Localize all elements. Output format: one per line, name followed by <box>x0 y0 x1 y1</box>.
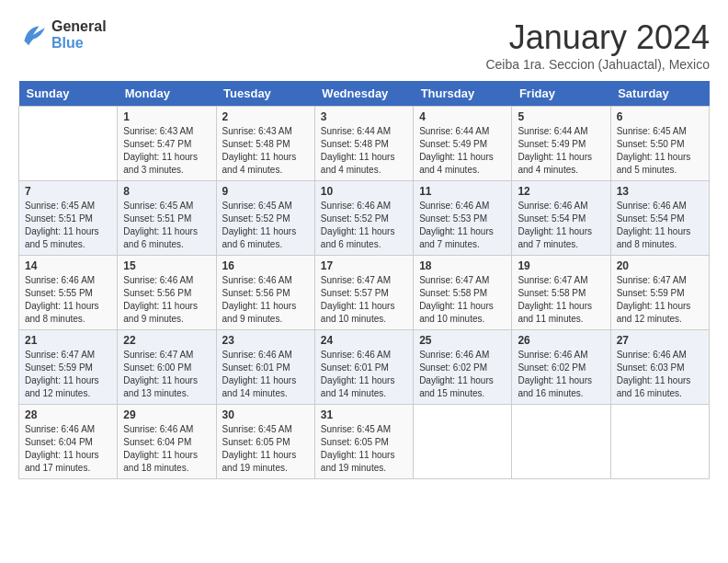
calendar-cell: 19 Sunrise: 6:47 AMSunset: 5:58 PMDaylig… <box>512 256 610 330</box>
day-number: 31 <box>321 408 407 421</box>
day-detail: Sunrise: 6:46 AMSunset: 6:02 PMDaylight:… <box>518 349 604 400</box>
calendar-cell <box>512 405 610 479</box>
day-detail: Sunrise: 6:46 AMSunset: 5:52 PMDaylight:… <box>321 200 407 251</box>
day-detail: Sunrise: 6:47 AMSunset: 5:58 PMDaylight:… <box>419 274 506 326</box>
day-number: 19 <box>518 259 604 272</box>
title-block: January 2024 Ceiba 1ra. Seccion (Jahuact… <box>485 18 710 72</box>
calendar-cell: 6 Sunrise: 6:45 AMSunset: 5:50 PMDayligh… <box>610 107 709 181</box>
day-detail: Sunrise: 6:45 AMSunset: 5:50 PMDaylight:… <box>617 125 703 177</box>
day-number: 29 <box>123 408 210 421</box>
day-detail: Sunrise: 6:46 AMSunset: 5:53 PMDaylight:… <box>419 200 506 251</box>
day-number: 8 <box>123 185 210 198</box>
calendar-cell: 8 Sunrise: 6:45 AMSunset: 5:51 PMDayligh… <box>118 181 216 256</box>
day-number: 25 <box>419 334 506 347</box>
day-detail: Sunrise: 6:46 AMSunset: 5:56 PMDaylight:… <box>222 274 309 326</box>
calendar-cell: 21 Sunrise: 6:47 AMSunset: 5:59 PMDaylig… <box>19 330 118 405</box>
calendar-cell: 20 Sunrise: 6:47 AMSunset: 5:59 PMDaylig… <box>610 256 709 330</box>
day-detail: Sunrise: 6:46 AMSunset: 6:03 PMDaylight:… <box>617 349 703 400</box>
calendar-cell: 4 Sunrise: 6:44 AMSunset: 5:49 PMDayligh… <box>414 107 512 181</box>
header-monday: Monday <box>118 81 216 107</box>
day-number: 16 <box>222 259 309 272</box>
calendar-week-2: 7 Sunrise: 6:45 AMSunset: 5:51 PMDayligh… <box>19 181 710 256</box>
day-detail: Sunrise: 6:45 AMSunset: 5:52 PMDaylight:… <box>222 200 309 251</box>
day-detail: Sunrise: 6:47 AMSunset: 5:58 PMDaylight:… <box>518 274 604 326</box>
day-number: 28 <box>25 408 111 421</box>
logo-icon <box>18 20 48 50</box>
day-detail: Sunrise: 6:46 AMSunset: 6:04 PMDaylight:… <box>123 423 210 475</box>
calendar-cell: 13 Sunrise: 6:46 AMSunset: 5:54 PMDaylig… <box>610 181 709 256</box>
day-number: 9 <box>222 185 309 198</box>
calendar-cell: 7 Sunrise: 6:45 AMSunset: 5:51 PMDayligh… <box>19 181 118 256</box>
calendar-cell: 31 Sunrise: 6:45 AMSunset: 6:05 PMDaylig… <box>314 405 413 479</box>
header-saturday: Saturday <box>610 81 709 107</box>
day-detail: Sunrise: 6:46 AMSunset: 6:01 PMDaylight:… <box>321 349 407 400</box>
day-number: 30 <box>222 408 309 421</box>
calendar-cell: 1 Sunrise: 6:43 AMSunset: 5:47 PMDayligh… <box>118 107 216 181</box>
day-detail: Sunrise: 6:46 AMSunset: 5:54 PMDaylight:… <box>617 200 703 251</box>
day-detail: Sunrise: 6:44 AMSunset: 5:49 PMDaylight:… <box>518 125 604 177</box>
day-detail: Sunrise: 6:44 AMSunset: 5:49 PMDaylight:… <box>419 125 506 177</box>
header-sunday: Sunday <box>19 81 118 107</box>
calendar-cell: 9 Sunrise: 6:45 AMSunset: 5:52 PMDayligh… <box>216 181 314 256</box>
calendar-cell: 18 Sunrise: 6:47 AMSunset: 5:58 PMDaylig… <box>414 256 512 330</box>
calendar-cell: 16 Sunrise: 6:46 AMSunset: 5:56 PMDaylig… <box>216 256 314 330</box>
calendar-cell: 30 Sunrise: 6:45 AMSunset: 6:05 PMDaylig… <box>216 405 314 479</box>
calendar-header-row: SundayMondayTuesdayWednesdayThursdayFrid… <box>19 81 710 107</box>
day-number: 26 <box>518 334 604 347</box>
day-number: 15 <box>123 259 210 272</box>
day-detail: Sunrise: 6:46 AMSunset: 6:02 PMDaylight:… <box>419 349 506 400</box>
calendar-cell <box>414 405 512 479</box>
day-detail: Sunrise: 6:45 AMSunset: 6:05 PMDaylight:… <box>222 423 309 475</box>
day-number: 11 <box>419 185 506 198</box>
day-number: 1 <box>123 110 210 123</box>
day-number: 17 <box>321 259 407 272</box>
day-detail: Sunrise: 6:45 AMSunset: 6:05 PMDaylight:… <box>321 423 407 475</box>
day-number: 4 <box>419 110 506 123</box>
header-thursday: Thursday <box>414 81 512 107</box>
calendar-cell: 22 Sunrise: 6:47 AMSunset: 6:00 PMDaylig… <box>118 330 216 405</box>
calendar-cell: 26 Sunrise: 6:46 AMSunset: 6:02 PMDaylig… <box>512 330 610 405</box>
day-detail: Sunrise: 6:46 AMSunset: 6:04 PMDaylight:… <box>25 423 111 475</box>
calendar-cell: 10 Sunrise: 6:46 AMSunset: 5:52 PMDaylig… <box>314 181 413 256</box>
calendar-cell: 11 Sunrise: 6:46 AMSunset: 5:53 PMDaylig… <box>414 181 512 256</box>
calendar-cell: 5 Sunrise: 6:44 AMSunset: 5:49 PMDayligh… <box>512 107 610 181</box>
day-detail: Sunrise: 6:45 AMSunset: 5:51 PMDaylight:… <box>123 200 210 251</box>
location-title: Ceiba 1ra. Seccion (Jahuactal), Mexico <box>485 57 710 72</box>
header-tuesday: Tuesday <box>216 81 314 107</box>
day-number: 5 <box>518 110 604 123</box>
calendar-week-3: 14 Sunrise: 6:46 AMSunset: 5:55 PMDaylig… <box>19 256 710 330</box>
calendar-cell: 2 Sunrise: 6:43 AMSunset: 5:48 PMDayligh… <box>216 107 314 181</box>
calendar-cell: 12 Sunrise: 6:46 AMSunset: 5:54 PMDaylig… <box>512 181 610 256</box>
header-wednesday: Wednesday <box>314 81 413 107</box>
day-detail: Sunrise: 6:46 AMSunset: 6:01 PMDaylight:… <box>222 349 309 400</box>
calendar-cell <box>610 405 709 479</box>
day-number: 23 <box>222 334 309 347</box>
day-detail: Sunrise: 6:47 AMSunset: 5:59 PMDaylight:… <box>617 274 703 326</box>
calendar-cell: 29 Sunrise: 6:46 AMSunset: 6:04 PMDaylig… <box>118 405 216 479</box>
day-number: 2 <box>222 110 309 123</box>
calendar-week-1: 1 Sunrise: 6:43 AMSunset: 5:47 PMDayligh… <box>19 107 710 181</box>
day-number: 20 <box>617 259 703 272</box>
day-detail: Sunrise: 6:47 AMSunset: 6:00 PMDaylight:… <box>123 349 210 400</box>
day-detail: Sunrise: 6:43 AMSunset: 5:47 PMDaylight:… <box>123 125 210 177</box>
day-number: 14 <box>25 259 111 272</box>
calendar-cell: 25 Sunrise: 6:46 AMSunset: 6:02 PMDaylig… <box>414 330 512 405</box>
page-header: General Blue January 2024 Ceiba 1ra. Sec… <box>18 18 710 72</box>
day-detail: Sunrise: 6:43 AMSunset: 5:48 PMDaylight:… <box>222 125 309 177</box>
day-number: 12 <box>518 185 604 198</box>
month-title: January 2024 <box>485 18 710 57</box>
calendar-cell: 23 Sunrise: 6:46 AMSunset: 6:01 PMDaylig… <box>216 330 314 405</box>
calendar-cell: 28 Sunrise: 6:46 AMSunset: 6:04 PMDaylig… <box>19 405 118 479</box>
calendar-week-4: 21 Sunrise: 6:47 AMSunset: 5:59 PMDaylig… <box>19 330 710 405</box>
day-detail: Sunrise: 6:46 AMSunset: 5:54 PMDaylight:… <box>518 200 604 251</box>
day-detail: Sunrise: 6:47 AMSunset: 5:57 PMDaylight:… <box>321 274 407 326</box>
logo: General Blue <box>18 18 107 52</box>
day-number: 13 <box>617 185 703 198</box>
day-number: 10 <box>321 185 407 198</box>
calendar-cell: 3 Sunrise: 6:44 AMSunset: 5:48 PMDayligh… <box>314 107 413 181</box>
day-detail: Sunrise: 6:47 AMSunset: 5:59 PMDaylight:… <box>25 349 111 400</box>
day-number: 27 <box>617 334 703 347</box>
day-number: 22 <box>123 334 210 347</box>
day-number: 7 <box>25 185 111 198</box>
calendar-cell: 17 Sunrise: 6:47 AMSunset: 5:57 PMDaylig… <box>314 256 413 330</box>
